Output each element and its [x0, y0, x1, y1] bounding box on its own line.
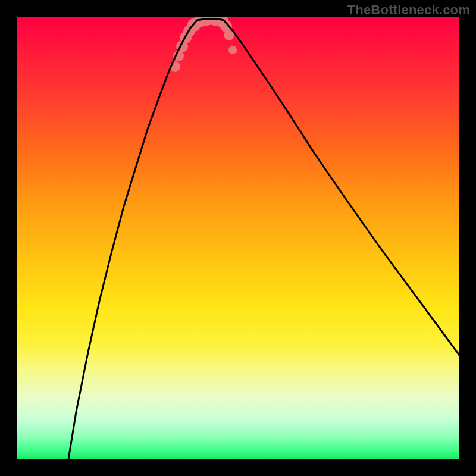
- plot-area: [17, 17, 459, 459]
- right-branch-curve: [224, 20, 459, 355]
- watermark-text: TheBottleneck.com: [347, 2, 470, 18]
- curve-layer: [17, 17, 459, 459]
- left-branch-curve: [68, 20, 197, 459]
- marker-dot: [228, 46, 237, 54]
- chart-frame: TheBottleneck.com: [0, 0, 476, 476]
